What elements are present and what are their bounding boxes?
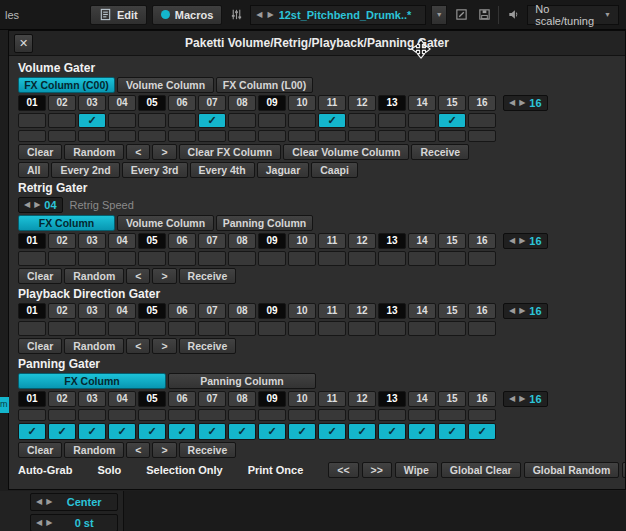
panning-column-panning-column[interactable]: Panning Column	[168, 373, 316, 389]
step-button-16[interactable]: 16	[468, 95, 496, 111]
retrig-action-shift-right[interactable]: >	[152, 268, 176, 284]
decrease-speed-icon[interactable]: ◀	[24, 201, 30, 209]
step-cell-10[interactable]	[288, 321, 316, 336]
step-button-01[interactable]: 01	[18, 391, 46, 407]
step-button-02[interactable]: 02	[48, 303, 76, 319]
step-button-15[interactable]: 15	[438, 391, 466, 407]
step-button-13[interactable]: 13	[378, 391, 406, 407]
step-cell-5[interactable]	[138, 130, 166, 142]
step-button-11[interactable]: 11	[318, 233, 346, 249]
step-cell-12[interactable]	[348, 251, 376, 266]
step-button-15[interactable]: 15	[438, 233, 466, 249]
retrig-action-random[interactable]: Random	[64, 268, 124, 284]
retrig-action-shift-left[interactable]: <	[126, 268, 150, 284]
step-button-09[interactable]: 09	[258, 303, 286, 319]
volume-action-random[interactable]: Random	[64, 144, 124, 160]
retrig-action-receive[interactable]: Receive	[179, 268, 237, 284]
step-button-15[interactable]: 15	[438, 95, 466, 111]
global-action-global-receive[interactable]: Global Receive	[622, 462, 626, 478]
step-button-14[interactable]: 14	[408, 303, 436, 319]
transpose-stepper[interactable]: ◀ ▶ 0 st	[30, 514, 118, 531]
step-cell-3[interactable]	[78, 130, 106, 142]
step-cell-2[interactable]	[48, 409, 76, 421]
volume-preset-caapi[interactable]: Caapi	[311, 162, 358, 178]
step-cell-4[interactable]	[108, 251, 136, 266]
step-cell-6[interactable]	[168, 130, 196, 142]
step-cell-7[interactable]	[198, 321, 226, 336]
step-button-07[interactable]: 07	[198, 391, 226, 407]
increase-steps-icon[interactable]: ▶	[519, 307, 525, 315]
step-button-02[interactable]: 02	[48, 233, 76, 249]
step-button-05[interactable]: 05	[138, 303, 166, 319]
step-button-08[interactable]: 08	[228, 391, 256, 407]
retrig-step-count-stepper[interactable]: ◀ ▶ 16	[503, 233, 548, 249]
volume-preset-every-3rd[interactable]: Every 3rd	[122, 162, 188, 178]
step-button-01[interactable]: 01	[18, 233, 46, 249]
step-button-12[interactable]: 12	[348, 233, 376, 249]
step-cell-7[interactable]	[198, 251, 226, 266]
decrease-steps-icon[interactable]: ◀	[509, 237, 515, 245]
scale-selector[interactable]: No scale/tuning ▼	[527, 5, 619, 25]
step-button-16[interactable]: 16	[468, 391, 496, 407]
step-button-02[interactable]: 02	[48, 391, 76, 407]
step-cell-14[interactable]	[408, 251, 436, 266]
step-button-16[interactable]: 16	[468, 233, 496, 249]
step-cell-9[interactable]	[258, 321, 286, 336]
volume-column-fx-column-c00[interactable]: FX Column (C00)	[18, 77, 115, 93]
step-cell-5[interactable]	[138, 321, 166, 336]
volume-action-shift-left[interactable]: <	[126, 144, 150, 160]
step-cell-15[interactable]	[438, 130, 466, 142]
step-button-07[interactable]: 07	[198, 303, 226, 319]
step-cell-11[interactable]	[318, 251, 346, 266]
step-cell-2[interactable]	[48, 130, 76, 142]
step-button-05[interactable]: 05	[138, 95, 166, 111]
retrig-speed-stepper[interactable]: ◀ ▶ 04	[18, 197, 63, 213]
decrease-icon[interactable]: ◀	[36, 519, 42, 527]
decrease-steps-icon[interactable]: ◀	[509, 99, 515, 107]
panning-action-shift-left[interactable]: <	[126, 442, 150, 458]
step-checkbox-5[interactable]: ✓	[138, 423, 166, 440]
volume-preset-every-4th[interactable]: Every 4th	[190, 162, 255, 178]
step-button-11[interactable]: 11	[318, 303, 346, 319]
global-action-nudge-forward[interactable]: >>	[362, 462, 392, 478]
step-cell-9[interactable]	[258, 130, 286, 142]
step-checkbox-4[interactable]	[108, 113, 136, 128]
playback-action-shift-left[interactable]: <	[126, 338, 150, 354]
step-checkbox-10[interactable]	[288, 113, 316, 128]
step-checkbox-11[interactable]: ✓	[318, 113, 346, 128]
playback-action-receive[interactable]: Receive	[179, 338, 237, 354]
retrig-column-fx-column[interactable]: FX Column	[18, 215, 115, 231]
step-checkbox-2[interactable]: ✓	[48, 423, 76, 440]
step-cell-14[interactable]	[408, 321, 436, 336]
step-cell-3[interactable]	[78, 321, 106, 336]
step-cell-13[interactable]	[378, 321, 406, 336]
step-cell-10[interactable]	[288, 130, 316, 142]
panning-action-receive[interactable]: Receive	[179, 442, 237, 458]
step-cell-7[interactable]	[198, 130, 226, 142]
step-button-04[interactable]: 04	[108, 233, 136, 249]
step-checkbox-5[interactable]	[138, 113, 166, 128]
step-cell-3[interactable]	[78, 251, 106, 266]
step-checkbox-14[interactable]	[408, 113, 436, 128]
step-checkbox-7[interactable]: ✓	[198, 423, 226, 440]
retrig-column-volume-column[interactable]: Volume Column	[117, 215, 214, 231]
center-stepper[interactable]: ◀ ▶ Center	[30, 493, 118, 511]
step-checkbox-16[interactable]: ✓	[468, 423, 496, 440]
step-checkbox-9[interactable]	[258, 113, 286, 128]
playback-action-shift-right[interactable]: >	[152, 338, 176, 354]
step-checkbox-14[interactable]: ✓	[408, 423, 436, 440]
dialog-header[interactable]: ✕ Paketti Volume/Retrig/Playback/Panning…	[9, 31, 625, 56]
step-button-08[interactable]: 08	[228, 233, 256, 249]
step-button-10[interactable]: 10	[288, 391, 316, 407]
step-button-10[interactable]: 10	[288, 95, 316, 111]
step-button-11[interactable]: 11	[318, 95, 346, 111]
global-action-wipe[interactable]: Wipe	[395, 462, 438, 478]
step-cell-14[interactable]	[408, 130, 436, 142]
step-cell-12[interactable]	[348, 409, 376, 421]
print-once-toggle[interactable]: Print Once	[248, 464, 304, 476]
step-cell-1[interactable]	[18, 321, 46, 336]
volume-preset-all[interactable]: All	[18, 162, 49, 178]
step-button-11[interactable]: 11	[318, 391, 346, 407]
step-button-01[interactable]: 01	[18, 95, 46, 111]
global-action-nudge-back[interactable]: <<	[328, 462, 358, 478]
